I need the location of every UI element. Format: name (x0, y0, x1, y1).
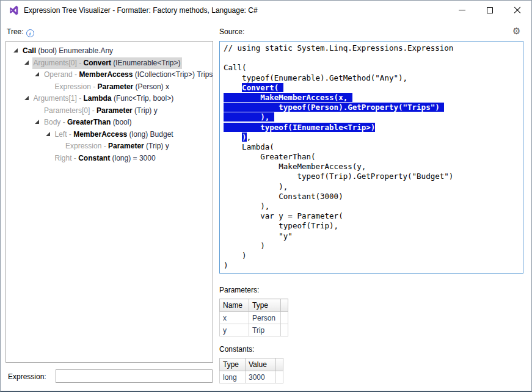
column-header[interactable]: Type (249, 299, 281, 312)
tree-node-ntype: (Trip) (133, 106, 152, 115)
tree-panel[interactable]: Call (bool) Enumerable.AnyArguments[0] -… (5, 41, 213, 363)
tree-node-nname: GreaterThan (67, 118, 111, 126)
code-text: typeof(Trip), (224, 221, 338, 230)
tree-node-nextra: Trips (195, 70, 213, 79)
expander-icon[interactable] (13, 48, 18, 53)
tree-node-text: Body - GreaterThan (bool) (43, 117, 133, 128)
tree-node-nextra: x (164, 82, 169, 91)
expression-input[interactable] (56, 369, 213, 383)
tree-node-prefix: Body - (44, 118, 67, 126)
tree-node-prefix: Arguments[0] - (34, 59, 84, 67)
table-cell[interactable]: Person (249, 312, 281, 324)
tree-node-text: Arguments[0] - Convert (IEnumerable<Trip… (32, 57, 183, 69)
code-line: typeof(Enumerable).GetMethod("Any"), (224, 73, 519, 83)
code-text: , (247, 132, 252, 142)
tree-node[interactable]: Arguments[1] - Lambda (Func<Trip, bool>) (6, 93, 213, 105)
code-line: ) (224, 261, 519, 270)
tree-node[interactable]: Body - GreaterThan (bool) (6, 117, 213, 129)
tree-node-nname: MemberAccess (79, 70, 133, 79)
code-line: GreaterThan( (224, 152, 519, 162)
tree-node[interactable]: Expression - Parameter (Trip) y (6, 140, 213, 153)
settings-gear-icon[interactable]: ⚙ (512, 26, 520, 37)
tree-node[interactable]: Operand - MemberAccess (ICollection<Trip… (6, 69, 213, 81)
constants-header-row: Type Value (220, 358, 283, 371)
expander-icon[interactable] (35, 120, 39, 124)
tree-node-text: Parameters[0] - Parameter (Trip) y (43, 105, 159, 117)
parameters-header-row: Name Type (220, 299, 288, 312)
tree-node-nname: Parameter (108, 142, 144, 150)
tree-node-prefix: Arguments[1] - (34, 94, 84, 103)
table-row: x Person (220, 312, 288, 324)
tree-node[interactable]: Arguments[0] - Convert (IEnumerable<Trip… (6, 57, 213, 70)
code-line (224, 53, 519, 63)
tree-node-nextra: Enumerable.Any (57, 46, 113, 55)
column-header[interactable]: Name (220, 299, 249, 312)
tree-node-text: Right - Constant (long) = 3000 (54, 153, 158, 164)
minimize-icon (459, 10, 465, 10)
source-code[interactable]: // using static System.Linq.Expressions.… (219, 41, 523, 274)
tree-node[interactable]: Expression - Parameter (Person) x (6, 81, 213, 93)
info-icon[interactable]: i (26, 29, 34, 37)
close-icon (514, 7, 521, 14)
minimize-button[interactable] (448, 1, 476, 20)
tree-node-prefix: Expression - (65, 142, 108, 150)
tree-node-text: Operand - MemberAccess (ICollection<Trip… (43, 69, 213, 81)
tree-node[interactable]: Parameters[0] - Parameter (Trip) y (6, 105, 213, 117)
filler-cell (281, 312, 288, 324)
tree-node-prefix: Left - (55, 130, 74, 139)
code-text: ) (224, 261, 228, 270)
code-line: Convert( (224, 83, 519, 93)
code-text: var y = Parameter( (224, 211, 343, 220)
expander-icon[interactable] (24, 60, 29, 65)
code-text: Constant(3000) (224, 192, 343, 201)
app-window: Expression Tree Visualizer - Formatter: … (0, 0, 532, 392)
table-row: long 3000 (220, 371, 283, 383)
tree-node-text: Expression - Parameter (Trip) y (64, 140, 171, 152)
tree-node-nname: Call (23, 46, 36, 55)
code-selected-text: MakeMemberAccess(x, (224, 93, 352, 102)
code-selected-text: Convert( (242, 83, 283, 92)
code-line: typeof(Person).GetProperty("Trips") (224, 103, 519, 112)
code-line: MakeMemberAccess(x, (224, 93, 519, 103)
window-title: Expression Tree Visualizer - Formatter: … (24, 6, 258, 15)
table-cell[interactable]: long (220, 371, 246, 383)
tree-node-nextra: = 3000 (131, 154, 155, 162)
table-cell[interactable]: 3000 (246, 371, 276, 383)
parameters-table: Name Type x Person y Trip (219, 299, 288, 336)
code-line: // using static System.Linq.Expressions.… (224, 43, 519, 53)
tree-node[interactable]: Right - Constant (long) = 3000 (6, 153, 213, 165)
constants-table: Type Value long 3000 (219, 358, 283, 383)
tree-node-ntype: (bool) (111, 118, 131, 126)
table-cell[interactable]: Trip (249, 324, 281, 336)
expander-icon[interactable] (24, 96, 29, 100)
title-bar[interactable]: Expression Tree Visualizer - Formatter: … (1, 1, 531, 20)
tree-node-nname: Lambda (84, 94, 112, 103)
tree-node-prefix: Right - (55, 154, 79, 162)
column-header[interactable]: Value (246, 358, 276, 371)
parameters-label: Parameters: (219, 286, 259, 294)
expander-icon[interactable] (35, 72, 39, 76)
table-cell[interactable]: y (220, 324, 249, 336)
code-text: ) (224, 251, 247, 260)
code-text: GreaterThan( (224, 152, 316, 161)
tree-node-ntype: (long) (127, 130, 148, 139)
code-line: typeof(Trip), (224, 221, 519, 231)
code-line: ), (224, 182, 519, 192)
tree-node-nextra: Budget (148, 130, 173, 139)
code-selected-text: ), (224, 112, 274, 122)
code-selected-text: ) (242, 132, 247, 142)
tree-node-prefix: Expression - (55, 82, 98, 91)
expander-icon[interactable] (46, 132, 50, 136)
tree-node[interactable]: Left - MemberAccess (long) Budget (6, 129, 213, 141)
maximize-icon (487, 7, 493, 13)
code-line: MakeMemberAccess(y, (224, 162, 519, 172)
code-selected-text: typeof(IEnumerable<Trip>) (224, 123, 375, 132)
tree-node-nname: Parameter (98, 82, 134, 91)
tree-node-ntype: (Trip) (144, 142, 164, 150)
tree-label: Tree: (7, 27, 24, 36)
tree-node[interactable]: Call (bool) Enumerable.Any (6, 45, 213, 57)
column-header[interactable]: Type (220, 358, 246, 371)
close-button[interactable] (503, 1, 531, 20)
table-cell[interactable]: x (220, 312, 249, 324)
maximize-button[interactable] (476, 1, 503, 20)
